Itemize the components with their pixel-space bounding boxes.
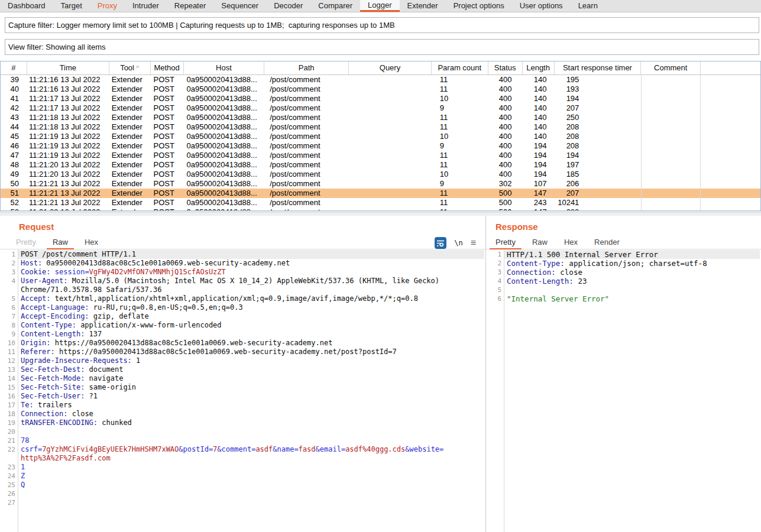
cell-length: 194: [523, 141, 555, 151]
cell-id: 46: [1, 141, 27, 151]
column-header-comment[interactable]: Comment: [641, 61, 701, 74]
menu-tab-sequencer[interactable]: Sequencer: [213, 0, 266, 12]
table-row[interactable]: 4411:21:18 13 Jul 2022ExtenderPOST0a9500…: [1, 122, 760, 132]
editor-line: 18Connection: close: [0, 410, 484, 419]
cell-id: 51: [1, 189, 27, 198]
table-row[interactable]: 4811:21:20 13 Jul 2022ExtenderPOST0a9500…: [1, 160, 760, 170]
table-row[interactable]: 4111:21:17 13 Jul 2022ExtenderPOST0a9500…: [1, 94, 760, 103]
menu-tab-extender[interactable]: Extender: [400, 0, 446, 12]
cell-id: 43: [1, 113, 27, 122]
menu-tab-dashboard[interactable]: Dashboard: [0, 0, 53, 12]
column-header-param-count[interactable]: Param count: [432, 61, 488, 74]
response-tab-render[interactable]: Render: [588, 236, 626, 249]
table-row[interactable]: 5311:21:22 13 Jul 2022ExtenderPOST0a9500…: [1, 207, 760, 211]
cell-method: POST: [151, 85, 184, 94]
response-tab-hex[interactable]: Hex: [558, 236, 584, 249]
word-wrap-toggle-icon[interactable]: [435, 237, 446, 249]
menu-tab-comparer[interactable]: Comparer: [310, 0, 360, 12]
request-tab-hex[interactable]: Hex: [79, 236, 104, 249]
cell-query: [349, 75, 432, 85]
cell-tool: Extender: [109, 179, 151, 189]
table-row[interactable]: 3911:21:16 13 Jul 2022ExtenderPOST0a9500…: [1, 75, 760, 85]
horizontal-splitter[interactable]: [0, 212, 761, 216]
cell-status: 400: [488, 75, 523, 85]
cell-comment: [641, 179, 701, 189]
column-header-query[interactable]: Query: [349, 61, 432, 74]
cell-length: 147: [523, 207, 555, 211]
column-header-length[interactable]: Length: [523, 61, 555, 74]
newline-toggle-icon[interactable]: \n: [454, 239, 462, 247]
table-row[interactable]: 5211:21:21 13 Jul 2022ExtenderPOST0a9500…: [1, 198, 760, 207]
column-header-path[interactable]: Path: [264, 61, 349, 74]
column-header-start-response-timer[interactable]: Start response timer: [555, 61, 642, 74]
menu-tab-proxy[interactable]: Proxy: [90, 0, 125, 12]
line-number: 10: [0, 339, 15, 348]
line-text: [18, 489, 484, 498]
capture-filter-bar[interactable]: Capture filter: Logger memory limit set …: [5, 17, 759, 33]
line-number: 15: [0, 383, 15, 392]
menu-tab-logger[interactable]: Logger: [360, 0, 399, 12]
column-header-blank[interactable]: [701, 61, 760, 74]
table-row[interactable]: 4611:21:19 13 Jul 2022ExtenderPOST0a9500…: [1, 141, 760, 151]
cell-query: [349, 141, 432, 151]
editor-line: 17Te: trailers: [0, 401, 484, 410]
cell-comment: [641, 141, 701, 151]
response-tab-raw[interactable]: Raw: [526, 236, 553, 249]
view-filter-bar[interactable]: View filter: Showing all items: [5, 39, 759, 55]
cell-query: [349, 160, 432, 170]
column-header-time[interactable]: Time: [27, 61, 109, 74]
editor-line: 4Content-Length: 23: [486, 277, 760, 286]
cell-query: [349, 132, 432, 141]
column-header-blank[interactable]: #: [1, 61, 27, 74]
column-header-tool[interactable]: Tool^: [109, 61, 151, 74]
editor-line: Chrome/71.0.3578.98 Safari/537.36: [0, 286, 484, 294]
menu-tab-learn[interactable]: Learn: [571, 0, 605, 12]
cell-timer: 207: [554, 103, 641, 113]
table-row[interactable]: 4311:21:18 13 Jul 2022ExtenderPOST0a9500…: [1, 113, 760, 122]
response-tab-pretty[interactable]: Pretty: [490, 236, 522, 249]
cell-query: [349, 198, 432, 207]
cell-comment: [641, 75, 701, 85]
line-number: [0, 454, 15, 463]
cell-param_count: 11: [432, 75, 488, 85]
table-row[interactable]: 4711:21:19 13 Jul 2022ExtenderPOST0a9500…: [1, 151, 760, 160]
cell-tool: Extender: [109, 85, 151, 94]
cell-status: 500: [488, 207, 523, 211]
table-row[interactable]: 4211:21:17 13 Jul 2022ExtenderPOST0a9500…: [1, 103, 760, 113]
response-editor[interactable]: 1HTTP/1.1 500 Internal Server Error2Cont…: [486, 250, 760, 532]
cell-host: 0a9500020413d88...: [183, 170, 264, 179]
cell-path: /post/comment: [264, 132, 349, 141]
cell-tool: Extender: [109, 141, 151, 151]
table-row[interactable]: 5111:21:21 13 Jul 2022ExtenderPOST0a9500…: [1, 189, 760, 198]
column-header-status[interactable]: Status: [488, 61, 523, 74]
cell-tool: Extender: [109, 189, 151, 198]
menu-tab-project-options[interactable]: Project options: [446, 0, 512, 12]
column-header-host[interactable]: Host: [184, 61, 265, 74]
column-header-method[interactable]: Method: [151, 61, 184, 74]
editor-menu-icon[interactable]: ≡: [471, 237, 476, 249]
cell-length: 140: [523, 94, 555, 103]
cell-timer: 222: [554, 207, 641, 211]
cell-query: [349, 94, 432, 103]
cell-time: 11:21:16 13 Jul 2022: [27, 75, 109, 85]
editor-line: 5: [486, 286, 760, 294]
request-editor[interactable]: 1POST /post/comment HTTP/1.12Host: 0a950…: [0, 250, 484, 532]
request-tab-raw[interactable]: Raw: [47, 236, 74, 249]
table-row[interactable]: 4011:21:16 13 Jul 2022ExtenderPOST0a9500…: [1, 85, 760, 94]
menu-tab-user-options[interactable]: User options: [512, 0, 571, 12]
table-row[interactable]: 4511:21:19 13 Jul 2022ExtenderPOST0a9500…: [1, 132, 760, 141]
menu-tab-intruder[interactable]: Intruder: [125, 0, 167, 12]
menu-tab-decoder[interactable]: Decoder: [266, 0, 310, 12]
editor-line: 2Content-Type: application/json; charset…: [486, 259, 760, 268]
menu-tab-target[interactable]: Target: [53, 0, 90, 12]
line-number: 23: [0, 463, 15, 472]
menu-tab-repeater[interactable]: Repeater: [167, 0, 213, 12]
cell-method: POST: [151, 151, 184, 160]
cell-method: POST: [151, 113, 184, 122]
table-row[interactable]: 5011:21:21 13 Jul 2022ExtenderPOST0a9500…: [1, 179, 760, 189]
table-row[interactable]: 4911:21:20 13 Jul 2022ExtenderPOST0a9500…: [1, 170, 760, 179]
line-number: 9: [0, 330, 15, 339]
cell-host: 0a9500020413d88...: [183, 198, 264, 207]
cell-status: 400: [488, 113, 523, 122]
cell-host: 0a9500020413d88...: [183, 94, 264, 103]
